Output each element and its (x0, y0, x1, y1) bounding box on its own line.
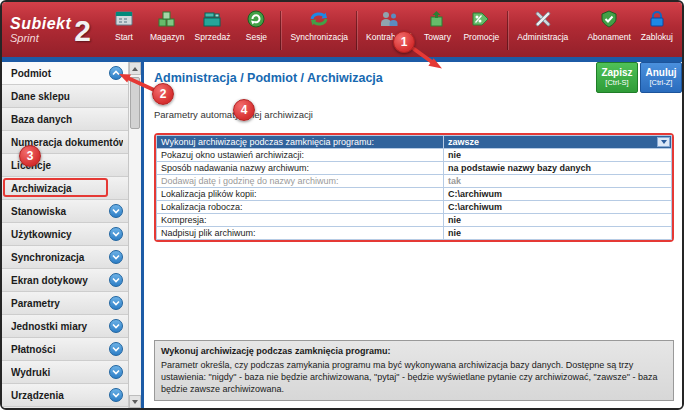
toolbar-button-start[interactable]: Start (103, 4, 145, 57)
scroll-up-button[interactable] (129, 62, 141, 75)
sidebar-item-numeracja-dokumentow[interactable]: Numeracja dokumentów (2, 131, 128, 154)
scroll-thumb[interactable] (130, 77, 140, 129)
annotation-box-table: Wykonuj archiwizację podczas zamknięcia … (154, 133, 674, 242)
setting-value[interactable]: C:\archiwum (444, 201, 672, 214)
sidebar-item-wydruki[interactable]: Wydruki (2, 361, 128, 384)
setting-value[interactable]: zawsze (444, 136, 672, 149)
setting-value[interactable]: C:\archiwum (444, 188, 672, 201)
toolbar-button-promocje[interactable]: Promocje (458, 4, 504, 57)
sidebar-item-licencje[interactable]: Licencje (2, 154, 128, 177)
admin-tools-icon (532, 9, 554, 29)
toolbar-button-zablokuj[interactable]: Zablokuj (636, 4, 678, 57)
chevron-down-icon[interactable] (109, 273, 123, 287)
value-dropdown[interactable] (657, 137, 670, 147)
cash-register-icon (201, 9, 223, 29)
chevron-down-icon[interactable] (109, 227, 123, 241)
warehouse-icon (156, 9, 178, 29)
setting-row: Dodawaj datę i godzinę do nazwy archiwum… (157, 175, 672, 188)
description-body: Parametr określa, czy podczas zamykania … (161, 359, 667, 395)
setting-row[interactable]: Lokalizacja plików kopii: C:\archiwum (157, 188, 672, 201)
shield-check-icon (598, 9, 620, 29)
toolbar-button-sesje[interactable]: Sesje (235, 4, 277, 57)
setting-row[interactable]: Pokazuj okno ustawień archiwizacji: nie (157, 149, 672, 162)
chevron-down-icon[interactable] (109, 204, 123, 218)
description-panel: Wykonuj archiwizację podczas zamknięcia … (154, 340, 674, 401)
setting-label[interactable]: Lokalizacja plików kopii: (157, 188, 444, 201)
toolbar-button-synchronizacja[interactable]: Synchronizacja (285, 4, 353, 57)
sidebar-item-urzadzenia[interactable]: Urządzenia (2, 384, 128, 407)
setting-label[interactable]: Wykonuj archiwizację podczas zamknięcia … (157, 136, 444, 149)
toolbar-separator (507, 11, 509, 50)
chevron-down-icon[interactable] (109, 342, 123, 356)
section-label: Parametry automatycznej archiwizacji (154, 109, 682, 120)
chevron-down-icon[interactable] (109, 319, 123, 333)
sidebar-item-stanowiska[interactable]: Stanowiska (2, 200, 128, 223)
logo-line2: Sprint (10, 33, 71, 45)
sidebar: Podmiot Dane sklepu Baza danych Numeracj… (2, 62, 141, 408)
sidebar-item-jednostki-miary[interactable]: Jednostki miary (2, 315, 128, 338)
toolbar-button-sprzedaz[interactable]: Sprzedaż (189, 4, 235, 57)
lock-icon (646, 9, 668, 29)
setting-value[interactable]: nie (444, 149, 672, 162)
toolbar-separator (356, 11, 358, 50)
promotions-icon (470, 9, 492, 29)
app-logo: Subiekt Sprint 2 (10, 4, 91, 57)
sync-icon (306, 9, 332, 29)
sidebar-item-synchronizacja[interactable]: Synchronizacja (2, 246, 128, 269)
scroll-down-button[interactable] (129, 395, 141, 408)
main-content: Administracja / Podmiot / Archiwizacja Z… (141, 62, 682, 408)
chevron-down-icon[interactable] (109, 296, 123, 310)
cancel-button[interactable]: Anuluj [Ctrl-Z] (640, 62, 682, 93)
setting-label[interactable]: Pokazuj okno ustawień archiwizacji: (157, 149, 444, 162)
chevron-down-icon (661, 140, 667, 144)
toolbar-button-abonament[interactable]: Abonament (582, 4, 635, 57)
setting-value[interactable]: nie (444, 214, 672, 227)
setting-label[interactable]: Nadpisuj plik archiwum: (157, 227, 444, 240)
sidebar-item-uzytkownicy[interactable]: Użytkownicy (2, 223, 128, 246)
setting-label[interactable]: Lokalizacja robocza: (157, 201, 444, 214)
setting-row[interactable]: Sposób nadawania nazwy archiwum: na pods… (157, 162, 672, 175)
chevron-down-icon[interactable] (109, 365, 123, 379)
toolbar-button-towary[interactable]: Towary (416, 4, 458, 57)
setting-row[interactable]: Kompresja: nie (157, 214, 672, 227)
logo-line1: Subiekt (10, 16, 71, 33)
description-heading: Wykonuj archiwizację podczas zamknięcia … (161, 345, 667, 357)
goods-icon (426, 9, 448, 29)
save-button[interactable]: Zapisz [Ctrl-S] (596, 62, 638, 93)
setting-value[interactable]: nie (444, 227, 672, 240)
setting-row[interactable]: Wykonuj archiwizację podczas zamknięcia … (157, 136, 672, 149)
sessions-icon (245, 9, 267, 29)
triangle-down-icon (132, 400, 138, 404)
sidebar-item-platnosci[interactable]: Płatności (2, 338, 128, 361)
setting-label[interactable]: Kompresja: (157, 214, 444, 227)
chevron-down-icon[interactable] (109, 250, 123, 264)
setting-label[interactable]: Sposób nadawania nazwy archiwum: (157, 162, 444, 175)
start-icon (113, 9, 135, 29)
toolbar-button-magazyn[interactable]: Magazyn (145, 4, 190, 57)
toolbar-button-administracja[interactable]: Administracja (512, 4, 573, 57)
sidebar-scrollbar[interactable] (128, 62, 141, 408)
app-window: Subiekt Sprint 2 Start Magazyn Sprzedaż (0, 0, 684, 410)
setting-label: Dodawaj datę i godzinę do nazwy archiwum… (157, 175, 444, 188)
scroll-track[interactable] (129, 75, 141, 395)
setting-value[interactable]: na podstawie nazwy bazy danych (444, 162, 672, 175)
logo-number: 2 (74, 14, 91, 48)
triangle-up-icon (132, 67, 138, 71)
sidebar-item-archiwizacja[interactable]: Archiwizacja (2, 177, 128, 200)
setting-value: tak (444, 175, 672, 188)
main-toolbar: Subiekt Sprint 2 Start Magazyn Sprzedaż (2, 2, 682, 57)
chevron-down-icon[interactable] (109, 388, 123, 402)
sidebar-item-baza-danych[interactable]: Baza danych (2, 108, 128, 131)
action-buttons: Zapisz [Ctrl-S] Anuluj [Ctrl-Z] (596, 62, 682, 93)
sidebar-item-podmiot[interactable]: Podmiot (2, 62, 128, 85)
toolbar-separator (280, 11, 282, 50)
sidebar-item-dane-sklepu[interactable]: Dane sklepu (2, 85, 128, 108)
sidebar-item-ekran-dotykowy[interactable]: Ekran dotykowy (2, 269, 128, 292)
sidebar-item-parametry[interactable]: Parametry (2, 292, 128, 315)
setting-row[interactable]: Nadpisuj plik archiwum: nie (157, 227, 672, 240)
setting-row[interactable]: Lokalizacja robocza: C:\archiwum (157, 201, 672, 214)
toolbar-button-kontrahenci[interactable]: Kontrahenci (361, 4, 416, 57)
settings-table: Wykonuj archiwizację podczas zamknięcia … (156, 135, 672, 240)
contractors-icon (378, 9, 400, 29)
chevron-up-icon[interactable] (109, 66, 123, 80)
